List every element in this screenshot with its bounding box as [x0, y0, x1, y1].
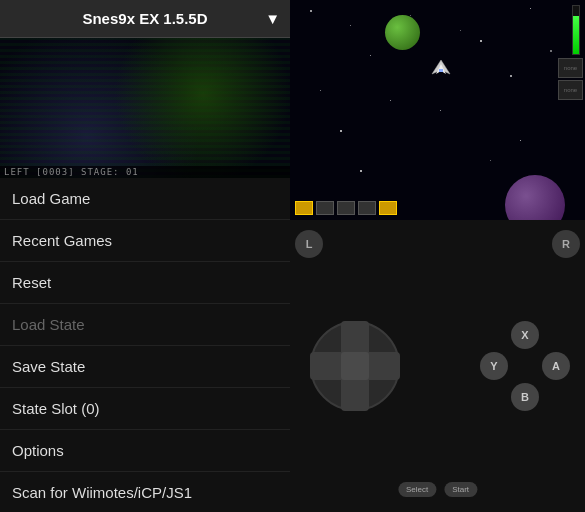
select-start-row: Select Start — [398, 482, 477, 497]
dropdown-arrow-icon[interactable]: ▼ — [265, 10, 280, 27]
menu-item-recent-games[interactable]: Recent Games — [0, 220, 290, 262]
score-block-3 — [358, 201, 376, 215]
menu-item-save-state[interactable]: Save State — [0, 346, 290, 388]
menu-item-state-slot[interactable]: State Slot (0) — [0, 388, 290, 430]
menu-item-load-game[interactable]: Load Game — [0, 178, 290, 220]
dpad-center — [341, 352, 369, 380]
game-screen: none none — [290, 0, 585, 220]
select-button[interactable]: Select — [398, 482, 436, 497]
start-button[interactable]: Start — [444, 482, 477, 497]
dpad[interactable] — [305, 316, 405, 416]
controller-area: L R X Y A B — [290, 220, 585, 512]
app-title: Snes9x EX 1.5.5D — [82, 10, 207, 27]
a-button[interactable]: A — [542, 352, 570, 380]
score-block-4 — [379, 201, 397, 215]
energy-fill — [573, 16, 579, 54]
menu-item-options[interactable]: Options — [0, 430, 290, 472]
energy-bar — [572, 5, 580, 55]
spaceship — [430, 60, 450, 74]
b-button[interactable]: B — [511, 383, 539, 411]
score-block-2 — [337, 201, 355, 215]
l-button[interactable]: L — [295, 230, 323, 258]
star-field: none none — [290, 0, 585, 220]
game-preview: LEFT [0003] STAGE: 01 — [0, 38, 290, 178]
x-button[interactable]: X — [511, 321, 539, 349]
status-bar: LEFT [0003] STAGE: 01 — [0, 166, 290, 178]
planet-purple — [505, 175, 565, 220]
svg-rect-2 — [439, 69, 443, 72]
menu-item-reset[interactable]: Reset — [0, 262, 290, 304]
menu-list: Load Game Recent Games Reset Load State … — [0, 178, 290, 512]
score-row — [295, 201, 397, 215]
right-panel: none none L — [290, 0, 585, 512]
score-block-1 — [316, 201, 334, 215]
menu-item-load-state[interactable]: Load State — [0, 304, 290, 346]
r-button[interactable]: R — [552, 230, 580, 258]
item-box-1: none — [558, 58, 583, 78]
item-box-2: none — [558, 80, 583, 100]
score-block-0 — [295, 201, 313, 215]
item-boxes: none none — [558, 58, 583, 100]
planet-green — [385, 15, 420, 50]
menu-item-scan-wiimotes[interactable]: Scan for Wiimotes/iCP/JS1 — [0, 472, 290, 512]
face-buttons: X Y A B — [480, 321, 570, 411]
y-button[interactable]: Y — [480, 352, 508, 380]
title-bar: Snes9x EX 1.5.5D ▼ — [0, 0, 290, 38]
left-panel: Snes9x EX 1.5.5D ▼ LEFT [0003] STAGE: 01… — [0, 0, 290, 512]
